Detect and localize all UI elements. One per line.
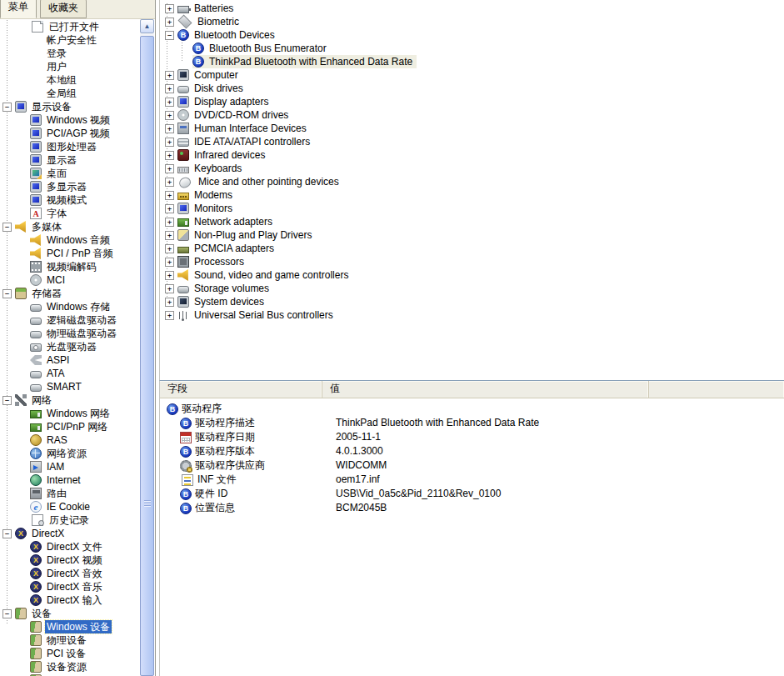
tree-item[interactable]: −存储器 bbox=[0, 287, 139, 300]
tree-item[interactable]: 路由 bbox=[0, 487, 139, 500]
expand-icon[interactable]: + bbox=[165, 4, 174, 13]
table-row[interactable]: 驱动程序版本4.0.1.3000 bbox=[160, 444, 784, 458]
tree-item[interactable]: PCI/AGP 视频 bbox=[0, 127, 139, 140]
scroll-up-arrow-icon[interactable]: ▲ bbox=[140, 19, 154, 33]
tree-item[interactable]: DirectX 文件 bbox=[0, 540, 139, 553]
tree-item[interactable]: +Display adapters bbox=[162, 95, 784, 108]
tab-favorites[interactable]: 收藏夹 bbox=[40, 0, 87, 18]
collapse-icon[interactable]: − bbox=[2, 529, 12, 538]
tree-item[interactable]: +Sound, video and game controllers bbox=[162, 268, 784, 282]
table-row[interactable]: 驱动程序描述ThinkPad Bluetooth with Enhanced D… bbox=[160, 416, 784, 430]
tree-item[interactable]: IAM bbox=[0, 460, 139, 473]
tree-item[interactable]: +IDE ATA/ATAPI controllers bbox=[162, 135, 784, 148]
column-header-value[interactable]: 值 bbox=[322, 381, 649, 398]
tree-item[interactable]: 光盘驱动器 bbox=[0, 340, 139, 353]
expand-icon[interactable]: + bbox=[165, 124, 174, 133]
collapse-icon[interactable]: − bbox=[165, 31, 174, 40]
tree-item[interactable]: 设备资源 bbox=[0, 660, 139, 673]
expand-icon[interactable]: + bbox=[165, 191, 174, 200]
expand-icon[interactable]: + bbox=[165, 271, 174, 280]
tree-item[interactable]: PCI 设备 bbox=[0, 647, 139, 660]
tree-item[interactable]: +Monitors bbox=[162, 202, 784, 215]
tree-item[interactable]: 桌面 bbox=[0, 167, 139, 180]
expand-icon[interactable]: + bbox=[165, 18, 174, 27]
tree-item[interactable]: DirectX 音效 bbox=[0, 567, 139, 580]
tree-item[interactable]: Windows 存储 bbox=[0, 300, 139, 313]
expand-icon[interactable]: + bbox=[165, 111, 174, 120]
tree-item[interactable]: −显示设备 bbox=[0, 100, 139, 113]
tree-item[interactable]: Windows 网络 bbox=[0, 407, 139, 420]
tree-item[interactable]: 显示器 bbox=[0, 153, 139, 167]
expand-icon[interactable]: + bbox=[165, 84, 174, 93]
tree-item[interactable]: Internet bbox=[0, 473, 139, 487]
tree-item[interactable]: Windows 音频 bbox=[0, 233, 139, 247]
expand-icon[interactable]: + bbox=[165, 98, 174, 107]
tree-item[interactable]: 物理设备 bbox=[0, 633, 139, 647]
expand-icon[interactable]: + bbox=[165, 258, 174, 267]
tree-item[interactable]: Windows 设备 bbox=[0, 620, 139, 633]
tree-item[interactable]: −DirectX bbox=[0, 527, 139, 540]
tree-item[interactable]: 本地组 bbox=[0, 73, 139, 87]
collapse-icon[interactable]: − bbox=[2, 609, 12, 618]
expand-icon[interactable]: + bbox=[165, 284, 174, 293]
expand-icon[interactable]: + bbox=[165, 204, 174, 213]
collapse-icon[interactable]: − bbox=[2, 396, 12, 405]
tree-item[interactable]: +Network adapters bbox=[162, 215, 784, 228]
tree-item[interactable]: IE Cookie bbox=[0, 500, 139, 513]
tree-item[interactable]: 历史记录 bbox=[0, 513, 139, 527]
tree-item[interactable]: +Infrared devices bbox=[162, 148, 784, 162]
tree-item[interactable]: +PCMCIA adapters bbox=[162, 242, 784, 255]
tree-item[interactable]: PCI / PnP 音频 bbox=[0, 247, 139, 260]
expand-icon[interactable]: + bbox=[165, 164, 174, 173]
tree-item[interactable]: −设备 bbox=[0, 607, 139, 620]
sidebar-scrollbar[interactable]: ▲ bbox=[140, 19, 154, 676]
tree-item[interactable]: 物理磁盘驱动器 bbox=[0, 327, 139, 340]
tree-item[interactable]: −多媒体 bbox=[0, 220, 139, 233]
tree-item[interactable]: 视频模式 bbox=[0, 193, 139, 207]
collapse-icon[interactable]: − bbox=[2, 103, 12, 112]
expand-icon[interactable]: + bbox=[165, 178, 174, 187]
expand-icon[interactable]: + bbox=[165, 298, 174, 307]
expand-icon[interactable]: + bbox=[165, 244, 174, 253]
tree-item[interactable]: +Keyboards bbox=[162, 162, 784, 175]
tree-item[interactable]: +Universal Serial Bus controllers bbox=[162, 308, 784, 322]
expand-icon[interactable]: + bbox=[165, 311, 174, 320]
scrollbar-thumb[interactable] bbox=[140, 36, 154, 676]
tab-menu[interactable]: 菜单 bbox=[0, 0, 37, 18]
tree-item[interactable]: PCI/PnP 网络 bbox=[0, 420, 139, 433]
tree-item[interactable]: MCI bbox=[0, 273, 139, 287]
table-row[interactable]: 驱动程序日期2005-11-1 bbox=[160, 430, 784, 444]
tree-item[interactable]: +Mice and other pointing devices bbox=[162, 175, 784, 188]
tree-item[interactable]: DirectX 输入 bbox=[0, 593, 139, 607]
tree-item[interactable]: +Processors bbox=[162, 255, 784, 268]
tree-item[interactable]: 已打开文件 bbox=[0, 20, 139, 33]
table-row[interactable]: 位置信息BCM2045B bbox=[160, 501, 784, 515]
tree-item[interactable]: RAS bbox=[0, 433, 139, 447]
tree-item[interactable]: DirectX 音乐 bbox=[0, 580, 139, 593]
expand-icon[interactable]: + bbox=[165, 71, 174, 80]
tree-item[interactable]: 字体 bbox=[0, 207, 139, 220]
tree-item[interactable]: +Disk drives bbox=[162, 82, 784, 95]
tree-item[interactable]: +System devices bbox=[162, 295, 784, 308]
tree-item[interactable]: 网络资源 bbox=[0, 447, 139, 460]
tree-item[interactable]: −Bluetooth Devices bbox=[162, 28, 784, 42]
tree-item[interactable]: 帐户安全性 bbox=[0, 33, 139, 47]
tree-item[interactable]: Bluetooth Bus Enumerator bbox=[162, 42, 784, 55]
tree-item[interactable]: +Batteries bbox=[162, 2, 784, 15]
tree-item[interactable]: ATA bbox=[0, 367, 139, 380]
tree-item[interactable]: 用户 bbox=[0, 60, 139, 73]
tree-item[interactable]: +Computer bbox=[162, 68, 784, 82]
tree-item[interactable]: 图形处理器 bbox=[0, 140, 139, 153]
collapse-icon[interactable]: − bbox=[2, 223, 12, 232]
table-row[interactable]: INF 文件oem17.inf bbox=[160, 473, 784, 487]
tree-item[interactable]: ThinkPad Bluetooth with Enhanced Data Ra… bbox=[162, 55, 784, 68]
tree-item[interactable]: DirectX 视频 bbox=[0, 553, 139, 567]
tree-item[interactable]: +Human Interface Devices bbox=[162, 122, 784, 135]
table-row[interactable]: 驱动程序 bbox=[160, 402, 784, 416]
table-row[interactable]: 驱动程序供应商WIDCOMM bbox=[160, 458, 784, 473]
tree-item[interactable]: ASPI bbox=[0, 353, 139, 367]
tree-item[interactable]: 全局组 bbox=[0, 87, 139, 100]
expand-icon[interactable]: + bbox=[165, 231, 174, 240]
tree-item[interactable]: SMART bbox=[0, 380, 139, 393]
tree-item[interactable]: +DVD/CD-ROM drives bbox=[162, 108, 784, 122]
